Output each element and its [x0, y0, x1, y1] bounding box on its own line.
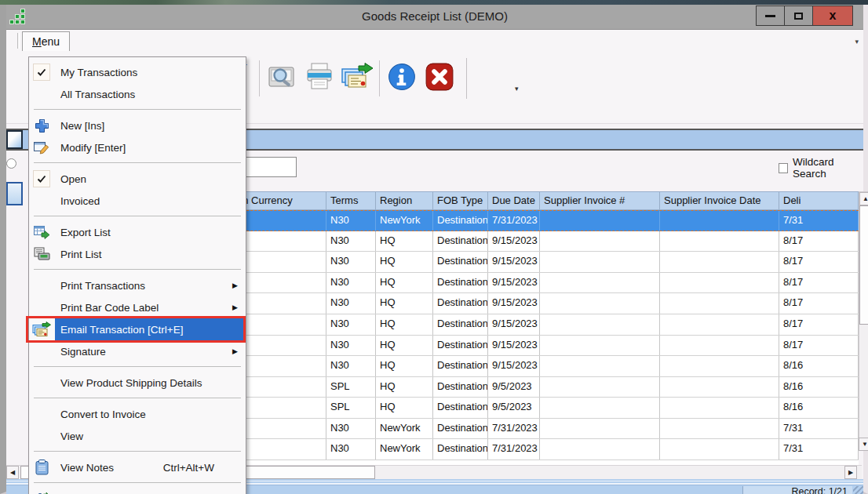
menu-item-label: My Transactions: [60, 67, 137, 78]
table-row[interactable]: USDN30NewYorkDestination7/31/20237/31: [191, 439, 859, 460]
table-cell: [540, 211, 660, 231]
menu-item-print-bar-code-label[interactable]: Print Bar Code Label▶: [29, 296, 246, 318]
table-row[interactable]: USDN30HQDestination9/15/20238/16: [191, 356, 859, 377]
exit-button[interactable]: [421, 60, 458, 97]
scroll-up-button[interactable]: ▲: [859, 192, 868, 205]
maximize-button[interactable]: [784, 5, 813, 26]
maximize-icon: [794, 13, 803, 20]
table-row[interactable]: USDN30NewYorkDestination7/31/20237/31: [191, 419, 859, 440]
table-row[interactable]: USDSPLHQDestination9/5/20238/16: [191, 377, 859, 398]
app-window: Goods Receipt List (DEMO) x Menu ▾ ▾ Wil…: [0, 5, 868, 494]
table-cell: Destination: [433, 439, 488, 459]
print-list-icon: [31, 245, 52, 263]
table-cell: NewYork: [376, 419, 433, 439]
menu-item-label: Signature: [60, 346, 106, 358]
column-header-region[interactable]: Region: [376, 192, 433, 209]
menu-item-view[interactable]: View: [29, 425, 246, 447]
table-cell: N30: [326, 336, 376, 356]
minimize-button[interactable]: [756, 5, 785, 26]
toolbar-overflow-icon[interactable]: ▾: [515, 85, 519, 93]
menu-item-my-transactions[interactable]: My Transactions: [29, 61, 246, 83]
table-cell: 9/15/2023: [488, 231, 540, 252]
column-header-supplier-invoice-date[interactable]: Supplier Invoice Date: [660, 192, 779, 209]
new-icon: [31, 116, 52, 135]
column-header-terms[interactable]: Terms: [326, 192, 376, 209]
table-row[interactable]: USDN30HQDestination9/15/20238/17: [191, 252, 859, 273]
scroll-left-button[interactable]: ◀: [6, 466, 19, 479]
info-button[interactable]: [383, 60, 421, 97]
table-cell: [660, 211, 779, 231]
menu-separator: [29, 158, 246, 168]
menu-item-view-product-shipping-details[interactable]: View Product Shipping Details: [29, 372, 246, 394]
menu-item-signature[interactable]: Signature▶: [29, 340, 246, 362]
table-cell: 9/15/2023: [488, 273, 540, 293]
table-cell: 9/5/2023: [488, 398, 540, 418]
table-row[interactable]: USDN30NewYorkDestination7/31/20237/31: [191, 210, 859, 231]
table-cell: SPL: [326, 377, 376, 398]
column-header-deli[interactable]: Deli: [779, 192, 859, 209]
table-cell: 8/17: [779, 252, 859, 272]
exit-icon: [425, 62, 454, 95]
toolbar-grip: [17, 33, 20, 49]
table-cell: 7/31: [779, 211, 859, 231]
menu-item-export-list[interactable]: Export List: [29, 221, 246, 243]
table-cell: [540, 419, 660, 439]
table-cell: 8/16: [779, 398, 859, 418]
table-cell: Destination: [433, 314, 488, 335]
toolbar-buttons: [218, 58, 467, 99]
table-cell: HQ: [376, 293, 433, 314]
table-row[interactable]: USDN30HQDestination9/15/20238/17: [191, 273, 859, 294]
table-cell: 9/15/2023: [488, 314, 540, 335]
table-cell: Destination: [433, 336, 488, 356]
menu-item-invoiced[interactable]: Invoiced: [29, 190, 246, 212]
table-cell: HQ: [376, 314, 433, 335]
menu-item-open[interactable]: Open: [29, 168, 246, 190]
scroll-down-button[interactable]: ▼: [859, 438, 868, 451]
close-icon: x: [830, 9, 837, 22]
checkmark-icon: [31, 63, 52, 82]
table-cell: Destination: [433, 356, 488, 376]
table-cell: [660, 356, 779, 376]
menu-item-label: View: [60, 430, 83, 442]
resize-grip[interactable]: [853, 486, 863, 494]
menu-item-new-ins[interactable]: New [Ins]: [29, 114, 246, 136]
vertical-scroll-thumb[interactable]: [859, 205, 868, 325]
table-row[interactable]: USDN30HQDestination9/15/20238/17: [191, 336, 859, 357]
table-cell: HQ: [376, 336, 433, 356]
table-row[interactable]: USDN30HQDestination9/15/20238/17: [191, 293, 859, 314]
menu-item-view-notes[interactable]: View NotesCtrl+Alt+W: [29, 456, 246, 478]
wildcard-checkbox[interactable]: [779, 163, 788, 173]
checkmark-icon: [31, 169, 52, 188]
menu-item-history-ctrl-t[interactable]: History [Ctrl+T]: [29, 488, 246, 494]
menu-item-label: Modify [Enter]: [60, 142, 126, 154]
menu-button[interactable]: Menu: [22, 31, 70, 51]
print-button[interactable]: [301, 60, 338, 97]
table-row[interactable]: USDN30HQDestination9/15/20238/17: [191, 231, 859, 252]
menu-item-print-transactions[interactable]: Print Transactions▶: [29, 274, 246, 296]
table-cell: 7/31/2023: [488, 419, 540, 439]
record-counter: Record: 1/21: [742, 486, 852, 494]
menu-item-modify-enter[interactable]: Modify [Enter]: [29, 136, 246, 158]
table-cell: HQ: [376, 398, 433, 418]
table-row[interactable]: USDSPLHQDestination9/5/20238/16: [191, 398, 859, 419]
menu-item-print-list[interactable]: Print List: [29, 243, 246, 265]
close-button[interactable]: x: [812, 5, 853, 26]
scroll-right-button[interactable]: ▶: [844, 466, 857, 479]
chevron-down-icon[interactable]: ▾: [855, 38, 859, 45]
table-row[interactable]: USDN30HQDestination9/15/20238/17: [191, 314, 859, 336]
column-header-fob-type[interactable]: FOB Type: [433, 192, 488, 209]
table-cell: 9/15/2023: [488, 293, 540, 314]
menu-item-email-transaction-ctrl-e[interactable]: Email Transaction [Ctrl+E]: [29, 318, 246, 340]
table-cell: 9/15/2023: [488, 356, 540, 376]
vertical-scrollbar[interactable]: ▲ ▼: [859, 191, 868, 451]
column-header-due-date[interactable]: Due Date: [488, 192, 540, 209]
menu-item-convert-to-invoice[interactable]: Convert to Invoice: [29, 403, 246, 425]
column-header-supplier-invoice[interactable]: Supplier Invoice #: [540, 192, 660, 209]
menu-item-all-transactions[interactable]: All Transactions: [29, 83, 246, 105]
print-icon: [304, 62, 335, 95]
table-cell: 9/15/2023: [488, 252, 540, 272]
table-cell: [660, 252, 779, 272]
print-preview-button[interactable]: [263, 60, 301, 97]
email-transaction-button[interactable]: [338, 60, 376, 97]
table-cell: 8/17: [779, 273, 859, 293]
